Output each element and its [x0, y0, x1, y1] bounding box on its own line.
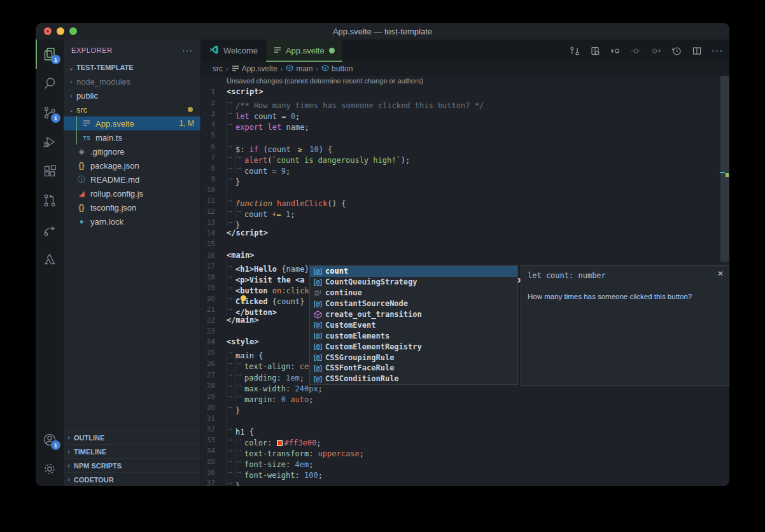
run-debug-icon[interactable] — [36, 127, 64, 157]
more-actions-icon[interactable]: ··· — [710, 44, 724, 58]
suggest-item-cssfontfacerule[interactable]: [@]CSSFontFaceRule — [310, 363, 517, 374]
tree-item-src[interactable]: ⌄src — [64, 102, 200, 116]
tab-welcome[interactable]: Welcome — [201, 39, 266, 62]
suggest-item-countqueuingstrategy[interactable]: [@]CountQueuingStrategy — [310, 277, 517, 288]
code-line-9[interactable]: 9→} — [201, 174, 729, 185]
tree-item-readme-md[interactable]: ⓘREADME.md — [64, 172, 200, 186]
code-line-5[interactable]: 5→ — [201, 130, 729, 141]
file-history-icon[interactable] — [670, 44, 684, 58]
code-line-32[interactable]: 32→h1 { — [201, 424, 729, 435]
line-number: 34 — [201, 445, 227, 456]
tree-item-public[interactable]: ›public — [64, 88, 200, 102]
suggest-item-customelements[interactable]: [@]customElements — [310, 330, 517, 341]
chevron-right-icon: › — [64, 462, 74, 469]
tab-whitespace-icon: → — [235, 381, 244, 391]
line-number: 29 — [201, 391, 227, 402]
code-line-15[interactable]: 15 — [201, 239, 729, 249]
section-codetour[interactable]: ›CODETOUR — [64, 472, 200, 486]
code-line-12[interactable]: 12→→count += 1; — [201, 206, 729, 217]
next-change-icon[interactable] — [649, 44, 663, 58]
breadcrumb-item-app-svelte[interactable]: App.svelte — [232, 64, 277, 74]
close-icon[interactable]: ✕ — [717, 269, 724, 278]
tree-item-yarn-lock[interactable]: ●yarn.lock — [64, 214, 200, 228]
tree-item-tsconfig-json[interactable]: {}tsconfig.json — [64, 200, 200, 214]
section-npm-scripts[interactable]: ›NPM SCRIPTS — [64, 458, 200, 472]
section-timeline[interactable]: ›TIMELINE — [64, 444, 200, 458]
code-line-13[interactable]: 13→} — [201, 217, 729, 228]
code-line-1[interactable]: 1<script> — [201, 87, 729, 97]
code-line-2[interactable]: 2→/** How many times has someone clicked… — [201, 97, 729, 108]
suggest-item-create_out_transition[interactable]: create_out_transition — [310, 309, 517, 320]
github-pr-icon[interactable] — [36, 186, 64, 215]
code-line-31[interactable]: 31→ — [201, 413, 729, 424]
suggest-item-constantsourcenode[interactable]: [@]ConstantSourceNode — [310, 298, 517, 309]
prev-change-icon[interactable] — [608, 44, 622, 58]
tab-app-svelte[interactable]: App.svelte — [266, 39, 343, 62]
code-line-3[interactable]: 3→let count = 0; — [201, 108, 729, 119]
line-number: 26 — [201, 358, 227, 369]
suggest-item-cssgroupingrule[interactable]: [@]CSSGroupingRule — [310, 352, 517, 363]
line-number: 2 — [201, 97, 227, 108]
tree-item-rollup-config-js[interactable]: ◢rollup.config.js — [64, 186, 200, 200]
extensions-icon[interactable] — [36, 157, 64, 186]
tree-item-app-svelte[interactable]: App.svelte1, M — [64, 116, 200, 130]
code-line-30[interactable]: 30→} — [201, 402, 729, 413]
split-editor-icon[interactable] — [690, 44, 704, 58]
section-outline[interactable]: ›OUTLINE — [64, 430, 200, 444]
accounts-icon[interactable]: 1 — [36, 425, 64, 454]
line-number: 35 — [201, 456, 227, 467]
code-line-4[interactable]: 4→export let name; — [201, 119, 729, 130]
breadcrumb-item-src[interactable]: src — [213, 64, 223, 73]
code-line-11[interactable]: 11→function handleClick() { — [201, 195, 729, 206]
tree-root-test-template[interactable]: ⌄ TEST-TEMPLATE — [64, 60, 200, 74]
more-actions-icon[interactable]: ··· — [182, 45, 193, 55]
explorer-icon[interactable]: 1 — [36, 39, 64, 69]
code-line-34[interactable]: 34→→text-transform: uppercase; — [201, 445, 729, 456]
editor-scrollbar[interactable] — [720, 76, 729, 262]
settings-icon[interactable] — [36, 454, 64, 484]
line-number: 20 — [201, 293, 227, 304]
tree-item-node-modules[interactable]: ›node_modules — [64, 74, 200, 88]
code-line-7[interactable]: 7→→alert(`count is dangerously high!`); — [201, 152, 729, 163]
gitlens-annotation[interactable]: Unsaved changes (cannot determine recent… — [201, 76, 729, 87]
code-line-14[interactable]: 14</script> — [201, 228, 729, 239]
code-line-35[interactable]: 35→→font-size: 4em; — [201, 456, 729, 467]
modified-dot-icon[interactable] — [329, 48, 335, 53]
code-line-37[interactable]: 37→} — [201, 478, 729, 486]
code-line-6[interactable]: 6→$: if (count ≥ 10) { — [201, 141, 729, 152]
suggest-item-customelementregistry[interactable]: [@]CustomElementRegistry — [310, 341, 517, 352]
code-line-29[interactable]: 29→→margin: 0 auto; — [201, 391, 729, 402]
code-line-16[interactable]: 16<main> — [201, 250, 729, 261]
suggest-item-cssconditionrule[interactable]: [@]CSSConditionRule — [310, 374, 517, 384]
suggest-item-count[interactable]: [@]count — [310, 266, 517, 277]
folder-modified-dot — [188, 107, 193, 112]
tree-item--gitignore[interactable]: ◈.gitignore — [64, 144, 200, 158]
search-icon[interactable] — [36, 69, 64, 98]
azure-icon[interactable] — [36, 244, 64, 274]
symbol-var-icon: [@] — [310, 365, 325, 372]
code-line-10[interactable]: 10→ — [201, 185, 729, 195]
code-line-8[interactable]: 8→→count = 9; — [201, 163, 729, 174]
source-control-icon[interactable]: 1 — [36, 98, 64, 127]
current-change-icon[interactable] — [629, 44, 643, 58]
suggest-item-customevent[interactable]: [@]CustomEvent — [310, 319, 517, 330]
live-share-icon[interactable] — [36, 215, 64, 244]
tab-whitespace-icon: → — [227, 195, 235, 206]
open-changes-icon[interactable] — [588, 44, 602, 58]
suggest-item-continue[interactable]: continue — [310, 288, 517, 298]
gitlens-compare-icon[interactable] — [568, 44, 582, 58]
tab-whitespace-icon: → — [227, 478, 235, 486]
code-line-36[interactable]: 36→→font-weight: 100; — [201, 467, 729, 478]
overview-ruler-mark-green — [726, 173, 729, 177]
rollup-file-icon: ◢ — [76, 189, 87, 198]
breadcrumb-item-button[interactable]: button — [321, 64, 353, 74]
code-line-33[interactable]: 33→→color: #ff3e00; — [201, 435, 729, 445]
breadcrumb-item-main[interactable]: main — [286, 64, 312, 74]
line-number: 16 — [201, 250, 227, 261]
svelte-icon — [232, 64, 239, 74]
tree-item-package-json[interactable]: {}package.json — [64, 158, 200, 172]
tree-item-main-ts[interactable]: TSmain.ts — [64, 130, 200, 144]
chevron-right-icon: › — [64, 448, 74, 455]
tab-whitespace-icon: → — [227, 272, 235, 283]
line-number: 8 — [201, 163, 227, 174]
